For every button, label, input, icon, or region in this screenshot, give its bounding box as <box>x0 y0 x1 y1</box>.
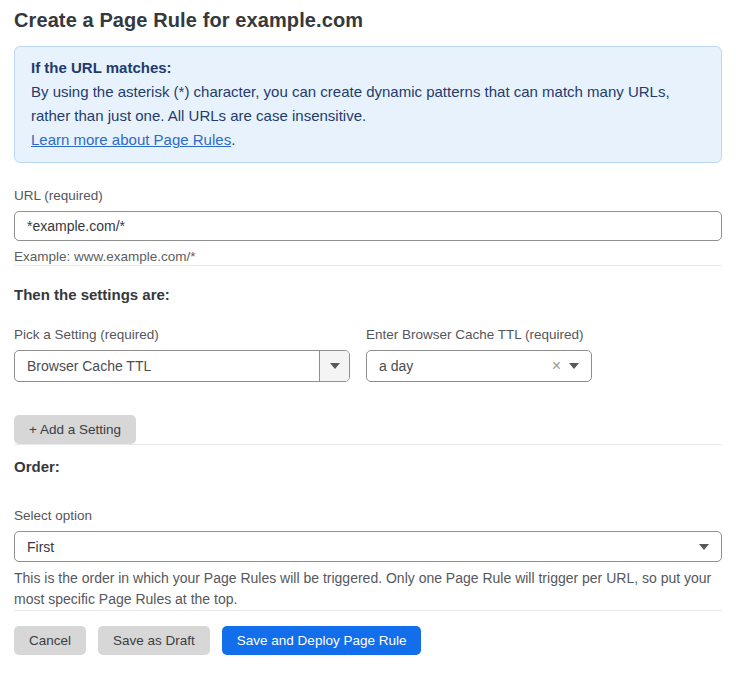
url-example-helper: Example: www.example.com/* <box>14 248 722 265</box>
setting-picker-label: Pick a Setting (required) <box>14 327 350 343</box>
url-match-info-callout: If the URL matches: By using the asteris… <box>14 46 722 163</box>
url-field-label: URL (required) <box>14 188 722 204</box>
save-deploy-button[interactable]: Save and Deploy Page Rule <box>222 626 422 655</box>
ttl-picker-value: a day <box>367 358 548 374</box>
caret-down-icon <box>569 363 591 369</box>
caret-down-icon <box>699 544 721 550</box>
learn-more-link[interactable]: Learn more about Page Rules <box>31 131 231 148</box>
url-input[interactable] <box>14 211 722 241</box>
page-title: Create a Page Rule for example.com <box>14 8 722 33</box>
setting-picker-value: Browser Cache TTL <box>15 358 319 374</box>
order-select[interactable]: First <box>14 531 722 562</box>
info-body: By using the asterisk (*) character, you… <box>31 80 705 128</box>
info-heading: If the URL matches: <box>31 56 705 80</box>
ttl-picker-label: Enter Browser Cache TTL (required) <box>366 327 592 343</box>
order-helper-text: This is the order in which your Page Rul… <box>14 568 726 610</box>
settings-section-heading: Then the settings are: <box>14 286 722 304</box>
ttl-picker-column: Enter Browser Cache TTL (required) a day… <box>366 327 592 382</box>
order-select-value: First <box>15 539 699 555</box>
info-link-line: Learn more about Page Rules. <box>31 128 705 152</box>
section-divider <box>14 610 722 611</box>
ttl-picker-select[interactable]: a day × <box>366 350 592 382</box>
setting-picker-column: Pick a Setting (required) Browser Cache … <box>14 327 350 382</box>
caret-down-icon <box>319 351 349 381</box>
section-divider <box>14 444 722 445</box>
save-draft-button[interactable]: Save as Draft <box>98 626 210 655</box>
footer-actions: Cancel Save as Draft Save and Deploy Pag… <box>14 626 722 655</box>
cancel-button[interactable]: Cancel <box>14 626 86 655</box>
setting-picker-select[interactable]: Browser Cache TTL <box>14 350 350 382</box>
add-setting-button[interactable]: + Add a Setting <box>14 415 136 444</box>
settings-row: Pick a Setting (required) Browser Cache … <box>14 327 722 382</box>
section-divider <box>14 265 722 266</box>
order-section-heading: Order: <box>14 458 722 476</box>
order-select-label: Select option <box>14 508 722 524</box>
clear-icon[interactable]: × <box>548 358 569 374</box>
link-suffix: . <box>231 131 235 148</box>
